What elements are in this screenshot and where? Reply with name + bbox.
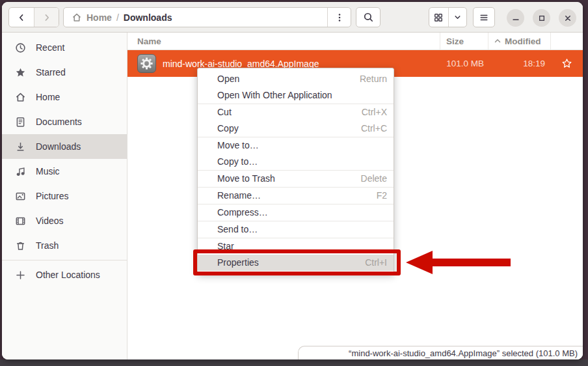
menu-item-open-with-other-application[interactable]: Open With Other Application [198, 87, 394, 104]
sidebar-item-starred[interactable]: Starred [2, 60, 127, 85]
home-icon [72, 12, 82, 23]
appimage-gear-icon [137, 54, 156, 73]
close-icon [563, 14, 572, 23]
picture-icon [15, 191, 26, 202]
sidebar-separator [2, 260, 127, 260]
chevron-left-icon [16, 12, 27, 23]
grid-view-button[interactable] [429, 8, 448, 27]
menu-item-rename[interactable]: Rename…F2 [198, 188, 394, 204]
maximize-button[interactable] [533, 9, 550, 27]
clock-icon [15, 42, 26, 53]
sidebar-item-trash[interactable]: Trash [2, 233, 127, 258]
sidebar-item-label: Downloads [36, 141, 81, 152]
menu-item-copy-to[interactable]: Copy to… [198, 154, 394, 170]
minimize-icon [511, 14, 520, 23]
sidebar-item-recent[interactable]: Recent [2, 35, 127, 60]
back-button[interactable] [9, 8, 34, 27]
file-modified-time: 18:19 [488, 59, 550, 68]
home-icon [15, 92, 26, 103]
chevron-right-icon [42, 12, 52, 23]
desktop-dock-strip [0, 359, 588, 366]
sidebar-item-label: Pictures [36, 191, 69, 201]
sidebar-item-pictures[interactable]: Pictures [2, 184, 127, 208]
sidebar-item-label: Recent [36, 42, 64, 53]
sidebar-item-label: Videos [36, 216, 64, 226]
sidebar-item-home[interactable]: Home [2, 85, 127, 109]
sidebar-item-videos[interactable]: Videos [2, 208, 127, 233]
list-column-headers: Name Size Modified [127, 33, 583, 50]
app-menu-button[interactable] [473, 7, 495, 27]
close-button[interactable] [559, 9, 576, 27]
minimize-button[interactable] [507, 9, 524, 27]
vertical-dots-icon [334, 12, 345, 23]
breadcrumb-current[interactable]: Downloads [124, 12, 172, 23]
forward-button[interactable] [34, 8, 59, 27]
path-bar: Home / Downloads [63, 7, 351, 27]
sidebar-item-label: Trash [36, 240, 59, 251]
search-button[interactable] [356, 7, 381, 27]
context-menu: OpenReturn Open With Other Application C… [197, 68, 394, 274]
headerbar: Home / Downloads [2, 2, 583, 33]
plus-icon [15, 270, 26, 281]
menu-item-copy[interactable]: CopyCtrl+C [198, 120, 394, 137]
download-icon [15, 141, 26, 152]
files-window: Home / Downloads [2, 2, 583, 359]
star-toggle[interactable] [550, 58, 583, 69]
breadcrumb-separator: / [116, 12, 119, 23]
menu-item-open[interactable]: OpenReturn [198, 71, 394, 87]
chevron-down-icon [453, 12, 462, 22]
sidebar-item-label: Starred [36, 67, 66, 77]
hamburger-icon [479, 12, 489, 23]
sidebar: Recent Starred Home Documents Downloads [2, 33, 127, 359]
grid-icon [433, 12, 444, 23]
view-toggle-group [429, 7, 467, 27]
sidebar-item-documents[interactable]: Documents [2, 109, 127, 134]
menu-item-move-to[interactable]: Move to… [198, 137, 394, 154]
sidebar-item-other-locations[interactable]: Other Locations [2, 262, 127, 287]
column-header-size[interactable]: Size [440, 33, 488, 49]
sidebar-item-label: Home [36, 92, 60, 102]
breadcrumb: Home / Downloads [64, 12, 327, 23]
sidebar-item-music[interactable]: Music [2, 159, 127, 184]
search-icon [363, 12, 374, 23]
sidebar-item-downloads[interactable]: Downloads [2, 134, 127, 159]
menu-item-compress[interactable]: Compress… [198, 204, 394, 221]
film-icon [15, 216, 26, 227]
history-nav-group [8, 7, 59, 27]
menu-item-move-to-trash[interactable]: Move to TrashDelete [198, 171, 394, 187]
document-icon [15, 117, 26, 128]
star-icon [15, 67, 26, 78]
column-header-star [550, 33, 583, 49]
sidebar-item-label: Music [36, 166, 60, 176]
column-header-modified[interactable]: Modified [488, 33, 550, 49]
menu-item-send-to[interactable]: Send to… [198, 221, 394, 238]
maximize-icon [537, 14, 546, 23]
annotation-arrow-icon [403, 249, 512, 275]
music-note-icon [15, 166, 26, 177]
star-outline-icon [561, 58, 572, 69]
sidebar-item-label: Other Locations [36, 270, 100, 280]
trash-icon [15, 240, 26, 251]
breadcrumb-home[interactable]: Home [87, 12, 112, 23]
menu-item-cut[interactable]: CutCtrl+X [198, 104, 394, 120]
annotation-highlight-box [193, 249, 401, 275]
selection-status-text: “mind-work-ai-studio_amd64.AppImage” sel… [349, 348, 578, 358]
path-menu-button[interactable] [327, 8, 351, 27]
sort-ascending-icon [494, 37, 501, 45]
column-header-name[interactable]: Name [127, 33, 440, 49]
file-size: 101.0 MB [440, 59, 488, 68]
sidebar-item-label: Documents [36, 117, 82, 127]
status-bar: “mind-work-ai-studio_amd64.AppImage” sel… [298, 346, 583, 359]
view-options-button[interactable] [448, 8, 467, 27]
